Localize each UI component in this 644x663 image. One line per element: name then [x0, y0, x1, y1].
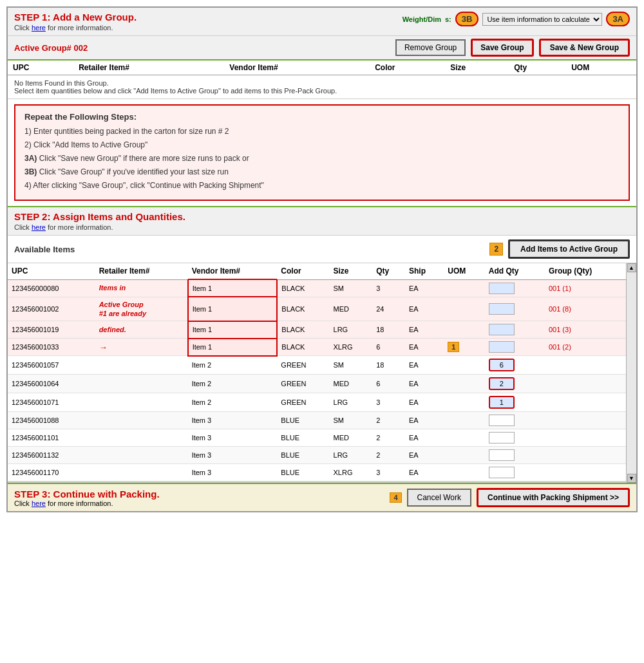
available-items-label: Available Items [14, 245, 75, 254]
step3-prefix: STEP 3: [14, 489, 50, 500]
marker-1: 1 [448, 342, 459, 352]
table-row: 123456001057 Item 2 GREEN SM 18 EA [8, 356, 626, 375]
step3-subtitle: Click here for more information. [14, 500, 160, 507]
inst-step-4: 4) After clicking "Save Group", click "C… [24, 180, 620, 191]
add-qty-input[interactable] [489, 359, 515, 371]
add-qty-input[interactable] [489, 467, 515, 478]
cell-color: GREEN [277, 393, 329, 412]
cell-size: LRG [330, 393, 373, 412]
add-items-wrap: 2 Add Items to Active Group [489, 239, 630, 259]
step2-toolbar: Available Items 2 Add Items to Active Gr… [8, 236, 636, 263]
add-qty-input[interactable] [489, 449, 515, 461]
weight-dim-area: Weight/Dim s: 3B Use item information to… [402, 12, 630, 26]
cell-vendor: Item 1 [188, 279, 278, 297]
col-upc: UPC [8, 61, 73, 75]
cell-vendor: Item 3 [188, 412, 278, 429]
avail-col-ship: Ship [405, 263, 444, 279]
continue-packing-button[interactable]: Continue with Packing Shipment >> [477, 488, 630, 507]
step2-title-text: Assign Items and Quantities. [53, 211, 185, 222]
cell-ship: EA [405, 412, 444, 429]
scroll-down-button[interactable]: ▼ [627, 474, 636, 483]
cell-color: GREEN [277, 356, 329, 375]
table-row: 123456001101 Item 3 BLUE MED 2 EA [8, 429, 626, 447]
cell-ship: EA [405, 447, 444, 464]
cell-addqty [485, 339, 545, 356]
add-qty-input[interactable] [489, 283, 515, 294]
cell-vendor: Item 3 [188, 429, 278, 447]
weight-dim-label: Weight/Dim [402, 15, 441, 23]
cell-size: SM [330, 279, 373, 297]
scroll-up-button[interactable]: ▲ [627, 263, 636, 272]
avail-col-groupqty: Group (Qty) [545, 263, 626, 279]
cell-addqty [485, 321, 545, 339]
step1-prefix: STEP 1: [14, 12, 50, 23]
cancel-work-button[interactable]: Cancel Work [407, 489, 471, 507]
save-new-group-button[interactable]: Save & New Group [539, 39, 630, 57]
step1-here-link[interactable]: here [32, 24, 46, 32]
cell-qty: 18 [372, 356, 405, 375]
table-row: 123456001033 → Item 1 BLACK XLRG 6 EA 1 [8, 339, 626, 356]
active-group-note: Items in [99, 283, 184, 292]
add-qty-input[interactable] [489, 396, 515, 409]
cell-qty: 24 [372, 297, 405, 321]
cell-uom: 1 [444, 339, 485, 356]
cell-addqty [485, 447, 545, 464]
cell-uom [444, 429, 485, 447]
marker-3b: 3B [455, 12, 479, 26]
avail-col-uom: UOM [444, 263, 485, 279]
cell-qty: 18 [372, 321, 405, 339]
cell-groupqty: 001 (1) [545, 279, 626, 297]
cell-retailer: defined. [95, 321, 188, 339]
active-group-label: Active Group# 002 [14, 43, 88, 53]
instruction-box: Repeat the Following Steps: 1) Enter qun… [14, 104, 630, 201]
cell-groupqty: 001 (8) [545, 297, 626, 321]
cell-retailer [95, 393, 188, 412]
cell-size: MED [330, 297, 373, 321]
cell-addqty [485, 297, 545, 321]
cell-ship: EA [405, 356, 444, 375]
inst-step-1: 1) Enter quntities being packed in the c… [24, 126, 620, 137]
step3-buttons: 4 Cancel Work Continue with Packing Ship… [390, 488, 630, 507]
add-qty-input[interactable] [489, 303, 515, 315]
add-qty-input[interactable] [489, 377, 515, 390]
avail-col-addqty: Add Qty [485, 263, 545, 279]
cell-size: SM [330, 356, 373, 375]
marker-2: 2 [489, 243, 503, 256]
step3-here-link[interactable]: here [32, 500, 46, 507]
marker-3a: 3A [606, 12, 630, 26]
cell-size: XLRG [330, 464, 373, 481]
add-qty-input[interactable] [489, 341, 515, 353]
cell-uom [444, 297, 485, 321]
cell-color: BLACK [277, 279, 329, 297]
add-items-button[interactable]: Add Items to Active Group [508, 239, 630, 259]
cell-ship: EA [405, 429, 444, 447]
avail-col-size: Size [330, 263, 373, 279]
cell-retailer [95, 464, 188, 481]
cell-upc: 123456001019 [8, 321, 95, 339]
step2-title: STEP 2: Assign Items and Quantities. [14, 211, 630, 222]
remove-group-button[interactable]: Remove Group [395, 39, 466, 56]
save-group-button[interactable]: Save Group [471, 39, 533, 57]
step3-left: STEP 3: Continue with Packing. Click her… [14, 489, 160, 507]
table-row: 123456001064 Item 2 GREEN MED 6 EA [8, 375, 626, 393]
add-qty-input[interactable] [489, 415, 515, 426]
col-qty: Qty [509, 61, 566, 75]
avail-table-container: UPC Retailer Item# Vendor Item# Color Si… [8, 263, 636, 483]
add-qty-input[interactable] [489, 324, 515, 335]
cell-ship: EA [405, 279, 444, 297]
cell-retailer [95, 356, 188, 375]
avail-table-wrap: UPC Retailer Item# Vendor Item# Color Si… [8, 263, 626, 483]
active-group-note-3: #1 are already [99, 309, 184, 318]
cell-vendor: Item 2 [188, 356, 278, 375]
scrollbar[interactable]: ▲ ▼ [626, 263, 636, 483]
cell-groupqty [545, 429, 626, 447]
weight-dim-suffix: s: [445, 15, 451, 23]
step3-title-text: Continue with Packing. [53, 489, 160, 500]
active-group-note-4: defined. [99, 325, 184, 334]
add-qty-input[interactable] [489, 432, 515, 444]
cell-upc: 123456001057 [8, 356, 95, 375]
red-arrow-icon: → [99, 342, 108, 352]
step2-here-link[interactable]: here [32, 223, 46, 231]
avail-table: UPC Retailer Item# Vendor Item# Color Si… [8, 263, 626, 481]
weight-dim-select[interactable]: Use item information to calculate [482, 13, 602, 26]
